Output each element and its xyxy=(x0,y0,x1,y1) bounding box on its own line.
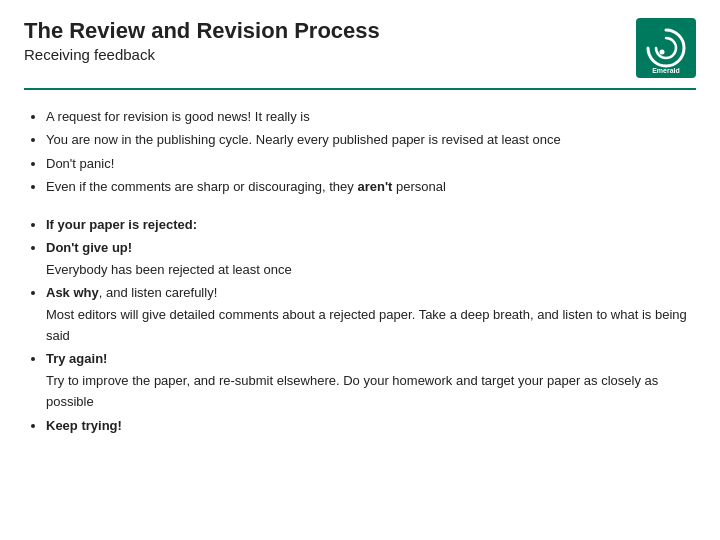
section-1-list: A request for revision is good news! It … xyxy=(24,106,696,198)
list-item: If your paper is rejected: xyxy=(46,214,696,235)
main-title: The Review and Revision Process xyxy=(24,18,380,44)
section-1: A request for revision is good news! It … xyxy=(24,106,696,200)
header-divider xyxy=(24,88,696,90)
section-2-list: If your paper is rejected: Don't give up… xyxy=(24,214,696,436)
page: The Review and Revision Process Receivin… xyxy=(0,0,720,540)
list-item: Don't give up! Everybody has been reject… xyxy=(46,237,696,280)
content: A request for revision is good news! It … xyxy=(24,106,696,522)
list-item: A request for revision is good news! It … xyxy=(46,106,696,127)
header: The Review and Revision Process Receivin… xyxy=(24,18,696,78)
list-item: Don't panic! xyxy=(46,153,696,174)
svg-text:Emerald: Emerald xyxy=(652,67,680,74)
list-item: Keep trying! xyxy=(46,415,696,436)
list-item: You are now in the publishing cycle. Nea… xyxy=(46,129,696,150)
svg-point-1 xyxy=(660,50,665,55)
logo-container: Emerald xyxy=(636,18,696,78)
sub-title: Receiving feedback xyxy=(24,46,380,63)
list-item: Even if the comments are sharp or discou… xyxy=(46,176,696,197)
list-item: Ask why, and listen carefully! Most edit… xyxy=(46,282,696,346)
list-item: Try again! Try to improve the paper, and… xyxy=(46,348,696,412)
section-2: If your paper is rejected: Don't give up… xyxy=(24,214,696,438)
emerald-logo-icon: Emerald xyxy=(636,18,696,78)
header-titles: The Review and Revision Process Receivin… xyxy=(24,18,380,63)
